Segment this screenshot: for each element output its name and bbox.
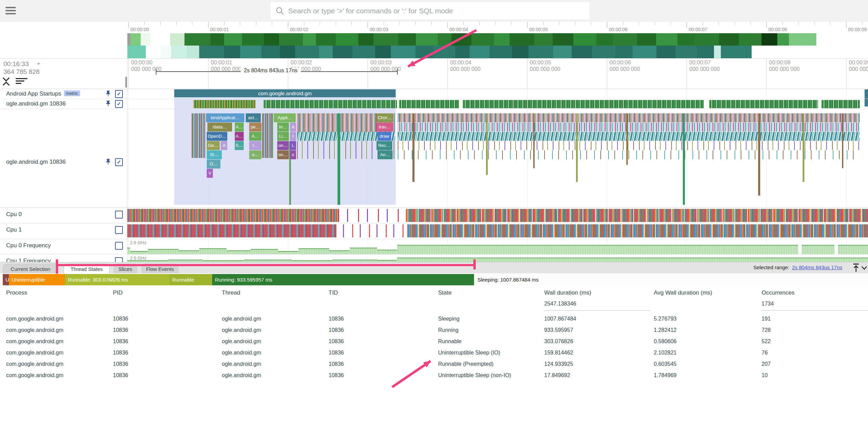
table-cell: com.google.android.gm [6,316,63,322]
table-cell: 207 [762,361,771,367]
table-cell: Uninterruptible Sleep (non-IO) [438,372,511,378]
state-segment: Uninterruptible [9,274,65,285]
column-header[interactable]: Avg Wall duration (ms) [654,289,712,296]
column-header[interactable]: State [438,289,452,296]
table-cell: com.google.android.gm [6,361,63,367]
perfetto-app: Search or type '>' for commands or ':' f… [0,0,868,423]
table-cell: 0.580606 [654,338,677,345]
table-cell: 5.276793 [654,316,677,322]
state-segment: U [3,274,9,285]
table-cell: Running [438,327,459,333]
selected-range-label: Selected range: [753,264,789,270]
table-cell: 191 [762,316,771,322]
column-header[interactable]: Thread [222,289,240,296]
table-cell: 10 [762,372,768,378]
table-cell: 17.849692 [544,372,570,378]
table-cell: 159.814462 [544,350,573,356]
track-label: Android App Startupsmetric [6,90,80,97]
column-header[interactable]: PID [113,289,123,296]
table-cell: 10836 [329,316,344,322]
table-cell: 2.102821 [654,350,677,356]
track-checkbox[interactable]: ✓ [115,158,123,166]
table-cell: Runnable [438,338,462,345]
column-header[interactable]: TID [329,289,338,296]
thread-state-summary-bar: Sleeping: 1007.867484 ms UUninterruptibl… [0,274,868,285]
cpu-track-label: Cpu 0 Frequency [6,242,51,249]
tab-current-selection[interactable]: Current Selection [3,264,58,273]
table-cell: com.google.android.gm [6,350,63,356]
sleeping-summary-label: Sleeping: 1007.867484 ms [477,274,538,285]
thread-states-table: ProcessPIDThreadTIDStateWall duration (m… [0,285,868,423]
table-cell: 124.933925 [544,361,573,367]
track-label: ogle.android.gm 10836 [6,159,66,165]
table-cell: 303.076826 [544,338,573,345]
summary-underline [544,310,650,311]
table-cell: 728 [762,327,771,333]
column-header[interactable]: Wall duration (ms) [544,289,591,296]
cpu-track-checkbox[interactable] [115,211,123,219]
metric-chip: metric [64,90,80,96]
table-cell: 10836 [113,372,128,378]
table-cell: 10836 [329,350,344,356]
table-cell: 1.784969 [654,372,677,378]
track-label: ogle.android.gm 10836 [6,100,66,107]
pin-icon[interactable] [105,158,112,165]
table-cell: 10836 [113,338,128,345]
annotation-bracket-cap-right [473,259,476,270]
cpu-track-label: Cpu 0 [6,211,22,218]
table-cell: 10836 [113,327,128,333]
table-cell: 1007.867484 [544,316,576,322]
table-cell: 10836 [329,372,344,378]
table-cell: 10836 [113,350,128,356]
table-cell: ogle.android.gm [222,338,261,345]
cpu-track-checkbox[interactable] [115,226,123,234]
column-header[interactable]: Occurrences [762,289,794,296]
cpu-track-label: Cpu 1 [6,226,22,233]
table-cell: 76 [762,350,768,356]
table-cell: 522 [762,338,771,345]
table-cell: 0.603545 [654,361,677,367]
table-cell: 933.595957 [544,327,573,333]
table-cell: ogle.android.gm [222,350,261,356]
pin-icon[interactable] [105,100,112,107]
state-segment: Runnable: 303.076826 ms [65,274,169,285]
table-cell: 10836 [329,338,344,345]
pin-icon[interactable] [105,90,112,97]
occurrences-total: 1734 [762,301,774,307]
wall-duration-total: 2547.138346 [544,301,576,307]
table-cell: ogle.android.gm [222,327,261,333]
track-checkbox[interactable]: ✓ [115,90,123,98]
bottom-tab-strip: Selected range: 2s 804ms 843us 17ns Curr… [0,262,868,273]
table-cell: com.google.android.gm [6,327,63,333]
table-cell: ogle.android.gm [222,372,261,378]
track-checkbox[interactable]: ✓ [115,100,123,108]
table-cell: Runnable (Preempted) [438,361,494,367]
panel-expand-icon[interactable] [852,263,860,273]
state-segment: Running: 933.595957 ms [212,274,474,285]
table-cell: 10836 [113,361,128,367]
column-header[interactable]: Process [6,289,27,296]
table-cell: Sleeping [438,316,459,322]
table-cell: ogle.android.gm [222,361,261,367]
frequency-axis-label: 2.5 GHz [130,256,146,261]
sidebar-divider [127,58,127,262]
summary-underline [762,310,868,311]
annotation-bracket-cap-left [56,259,58,274]
state-segment: Runnable [169,274,212,285]
frequency-axis-label: 2.5 GHz [130,240,146,245]
table-cell: 10836 [113,316,128,322]
table-cell: com.google.android.gm [6,338,63,345]
table-cell: ogle.android.gm [222,316,261,322]
cpu-track-checkbox[interactable] [115,242,123,250]
table-cell: 10836 [329,327,344,333]
table-cell: 1.282412 [654,327,677,333]
table-cell: com.google.android.gm [6,372,63,378]
panel-collapse-chevron-icon[interactable] [861,265,867,271]
annotation-bracket-bar [56,264,474,266]
table-cell: Uninterruptible Sleep (IO) [438,350,500,356]
table-cell: 10836 [329,361,344,367]
